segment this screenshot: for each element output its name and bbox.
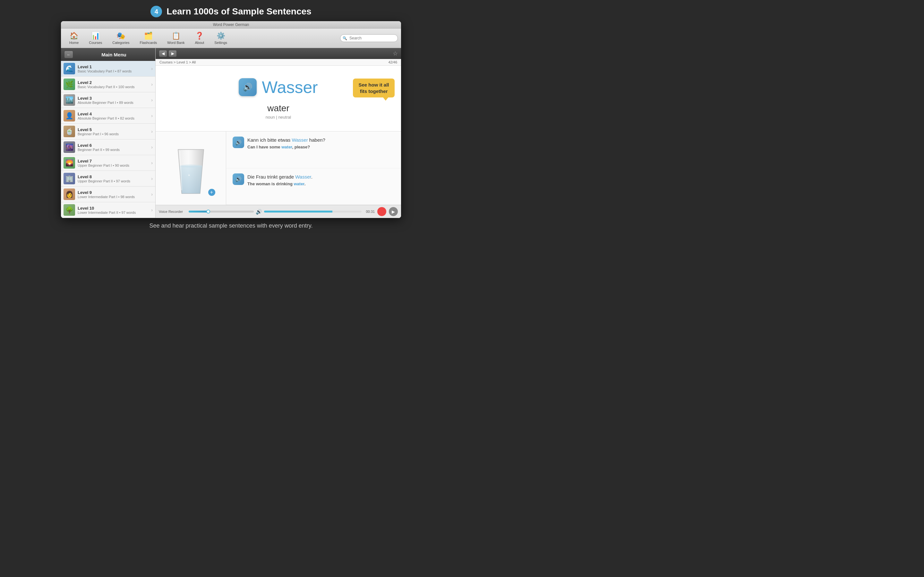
wordbank-icon: 📋 xyxy=(172,32,180,40)
search-input[interactable] xyxy=(340,34,398,42)
level10-text: Level 10 Lower Intermediate Part II • 97… xyxy=(78,206,149,214)
back-button[interactable]: ← xyxy=(64,51,73,58)
toolbar-settings[interactable]: ⚙️ Settings xyxy=(209,31,232,46)
sidebar-item-level2[interactable]: 🌿 Level 2 Basic Vocabulary Part II • 100… xyxy=(61,77,155,92)
sentence-1-german: Kann ich bitte etwas Wasser haben? xyxy=(247,137,325,143)
counter: 42/46 xyxy=(388,60,397,64)
sentence-2-content: Die Frau trinkt gerade Wasser. The woman… xyxy=(247,173,312,186)
sentence-2-german: Die Frau trinkt gerade Wasser. xyxy=(247,173,312,180)
recorder-label: Voice Recorder xyxy=(159,210,186,213)
level8-name: Level 8 xyxy=(78,174,149,179)
recorder-play-button[interactable]: ▶ xyxy=(389,207,398,216)
recorder-bar-container: 🔊 00:31 xyxy=(189,209,375,215)
sentence-2-audio-button[interactable]: 🔊 xyxy=(233,173,244,185)
level3-text: Level 3 Absolute Beginner Part I • 89 wo… xyxy=(78,96,149,105)
sidebar-item-level4[interactable]: 👤 Level 4 Absolute Beginner Part II • 82… xyxy=(61,108,155,124)
level2-text: Level 2 Basic Vocabulary Part II • 100 w… xyxy=(78,80,149,89)
recorder-progress[interactable] xyxy=(189,211,254,213)
word-pos: noun | neutral xyxy=(266,115,291,119)
level7-name: Level 7 xyxy=(78,159,149,163)
level6-thumb: 🌆 xyxy=(63,141,75,153)
level2-thumb: 🌿 xyxy=(63,79,75,90)
top-title: Learn 1000s of Sample Sentences xyxy=(166,6,311,17)
home-icon: 🏠 xyxy=(69,32,78,40)
level4-thumb: 👤 xyxy=(63,110,75,121)
settings-icon: ⚙️ xyxy=(216,32,225,40)
sentence-1: 🔊 Kann ich bitte etwas Wasser haben? Can… xyxy=(226,131,401,168)
sidebar-item-level10[interactable]: 🌳 Level 10 Lower Intermediate Part II • … xyxy=(61,202,155,218)
level7-thumb: 🌄 xyxy=(63,157,75,169)
courses-label: Courses xyxy=(89,41,102,45)
voice-recorder: Voice Recorder 🔊 00:31 ▶ xyxy=(156,205,401,218)
level1-name: Level 1 xyxy=(78,64,149,69)
about-icon: ❓ xyxy=(195,32,204,40)
level1-arrow: › xyxy=(151,66,153,71)
level10-name: Level 10 xyxy=(78,206,149,211)
sidebar-item-level5[interactable]: 🍵 Level 5 Beginner Part I • 96 words › xyxy=(61,124,155,139)
next-button[interactable]: ▶ xyxy=(168,50,177,57)
flashcards-icon: 🗂️ xyxy=(144,32,153,40)
level4-arrow: › xyxy=(151,113,153,118)
toolbar-about[interactable]: ❓ About xyxy=(190,31,210,46)
glass-image: + xyxy=(165,139,216,197)
image-panel: + xyxy=(156,131,226,205)
level1-text: Level 1 Basic Vocabulary Part I • 87 wor… xyxy=(78,64,149,73)
toolbar-courses[interactable]: 📊 Courses xyxy=(84,31,107,46)
step-badge: 4 xyxy=(150,6,162,17)
recorder-volume-icon: 🔊 xyxy=(256,209,262,215)
recorder-progress-fill xyxy=(189,211,208,213)
sentence-1-english: Can I have some water, please? xyxy=(247,145,325,149)
prev-button[interactable]: ◀ xyxy=(159,50,167,57)
main-area: ← Main Menu 🌊 Level 1 Basic Vocabulary P… xyxy=(61,48,401,218)
level3-desc: Absolute Beginner Part I • 89 words xyxy=(78,101,149,105)
recorder-sound-bar[interactable] xyxy=(264,211,362,213)
level3-thumb: 🏙️ xyxy=(63,94,75,106)
level5-text: Level 5 Beginner Part I • 96 words xyxy=(78,127,149,136)
level5-arrow: › xyxy=(151,129,153,134)
star-button[interactable]: ☆ xyxy=(393,50,398,57)
sidebar-item-level9[interactable]: 👩 Level 9 Lower Intermediate Part I • 98… xyxy=(61,187,155,202)
level7-text: Level 7 Upper Beginner Part I • 90 words xyxy=(78,159,149,167)
title-bar: Word Power German xyxy=(61,21,401,29)
bottom-caption: See and hear practical sample sentences … xyxy=(150,218,313,232)
level5-desc: Beginner Part I • 96 words xyxy=(78,132,149,136)
toolbar-wordbank[interactable]: 📋 Word Bank xyxy=(162,31,190,46)
level9-desc: Lower Intermediate Part I • 98 words xyxy=(78,195,149,199)
sidebar-list: 🌊 Level 1 Basic Vocabulary Part I • 87 w… xyxy=(61,61,155,218)
sidebar-item-level8[interactable]: 🏢 Level 8 Upper Beginner Part II • 97 wo… xyxy=(61,171,155,187)
sidebar-item-level3[interactable]: 🏙️ Level 3 Absolute Beginner Part I • 89… xyxy=(61,92,155,108)
toolbar-flashcards[interactable]: 🗂️ Flashcards xyxy=(135,31,162,46)
level1-desc: Basic Vocabulary Part I • 87 words xyxy=(78,69,149,73)
content-nav: ◀ ▶ ☆ xyxy=(156,48,401,59)
glass-svg xyxy=(172,146,210,197)
breadcrumb: Courses > Level 1 > All xyxy=(160,60,196,64)
level2-arrow: › xyxy=(151,82,153,87)
level2-name: Level 2 xyxy=(78,80,149,85)
level9-text: Level 9 Lower Intermediate Part I • 98 w… xyxy=(78,190,149,199)
sidebar: ← Main Menu 🌊 Level 1 Basic Vocabulary P… xyxy=(61,48,156,218)
courses-icon: 📊 xyxy=(91,32,100,40)
sidebar-item-level1[interactable]: 🌊 Level 1 Basic Vocabulary Part I • 87 w… xyxy=(61,61,155,77)
level7-arrow: › xyxy=(151,160,153,165)
sidebar-item-level6[interactable]: 🌆 Level 6 Beginner Part II • 99 words › xyxy=(61,139,155,155)
settings-label: Settings xyxy=(214,41,227,45)
level8-thumb: 🏢 xyxy=(63,173,75,184)
level10-thumb: 🌳 xyxy=(63,204,75,216)
toolbar-home[interactable]: 🏠 Home xyxy=(64,31,84,46)
word-audio-button[interactable]: 🔊 xyxy=(239,78,257,96)
breadcrumb-bar: Courses > Level 1 > All 42/46 xyxy=(156,59,401,66)
level4-desc: Absolute Beginner Part II • 82 words xyxy=(78,116,149,120)
toolbar-categories[interactable]: 🎭 Categories xyxy=(107,31,134,46)
sentence-1-header: 🔊 Kann ich bitte etwas Wasser haben? Can… xyxy=(233,137,395,149)
level3-arrow: › xyxy=(151,97,153,103)
word-header: 🔊 Wasser xyxy=(239,77,318,97)
sentence-1-audio-button[interactable]: 🔊 xyxy=(233,137,244,148)
word-german: Wasser xyxy=(262,77,318,97)
image-plus[interactable]: + xyxy=(208,189,215,196)
level2-desc: Basic Vocabulary Part II • 100 words xyxy=(78,85,149,89)
sidebar-title: Main Menu xyxy=(76,52,152,57)
recorder-record-button[interactable] xyxy=(377,207,386,216)
sidebar-item-level7[interactable]: 🌄 Level 7 Upper Beginner Part I • 90 wor… xyxy=(61,155,155,171)
level10-arrow: › xyxy=(151,207,153,213)
home-label: Home xyxy=(69,41,79,45)
